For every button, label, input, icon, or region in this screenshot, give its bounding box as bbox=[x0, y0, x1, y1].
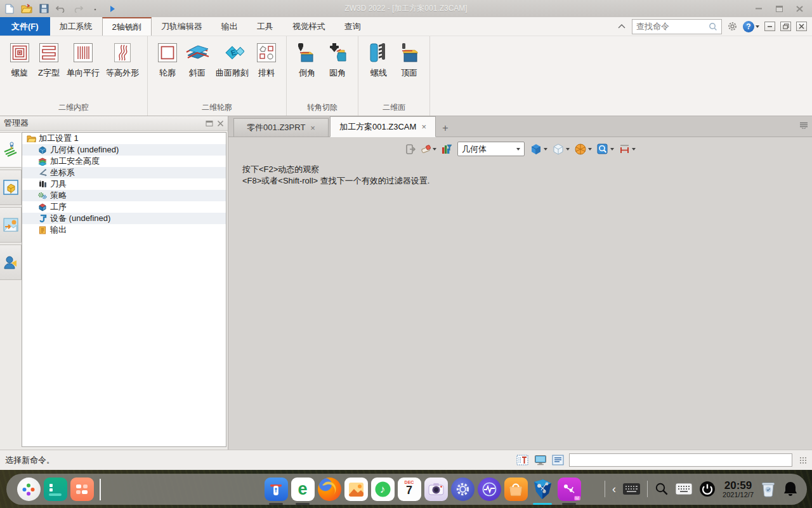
redo-icon[interactable] bbox=[72, 3, 84, 15]
music-icon[interactable]: ♪ bbox=[371, 478, 395, 501]
view-dropdown-arrow[interactable] bbox=[588, 148, 592, 150]
tab-output[interactable]: 输出 bbox=[212, 17, 247, 36]
resume-play-icon[interactable] bbox=[107, 3, 118, 15]
section-dropdown-arrow[interactable] bbox=[632, 148, 636, 150]
command-search-input[interactable] bbox=[636, 22, 709, 31]
tab-file[interactable]: 文件(F) bbox=[0, 17, 50, 36]
customize-toolbar-icon[interactable] bbox=[89, 3, 101, 15]
tab-2axis-milling[interactable]: 2轴铣削 bbox=[102, 17, 152, 36]
view-orientation-button[interactable] bbox=[573, 142, 593, 156]
tree-item-operations[interactable]: 工序 bbox=[22, 201, 226, 213]
gallery-icon[interactable] bbox=[344, 478, 368, 501]
status-input-field[interactable] bbox=[569, 453, 792, 467]
surface-engrave-button[interactable]: E 曲面雕刻 bbox=[213, 39, 252, 81]
tab-visual-style[interactable]: 视觉样式 bbox=[283, 17, 335, 36]
doc-tab-part[interactable]: 零件001.Z3PRT × bbox=[233, 118, 329, 137]
section-view-button[interactable] bbox=[617, 143, 637, 155]
zigzag-button[interactable]: Z字型 bbox=[34, 39, 63, 81]
eraser-dropdown-arrow[interactable] bbox=[433, 148, 436, 150]
pick-filter-combobox[interactable]: 几何体 bbox=[457, 142, 525, 156]
calendar-icon[interactable]: DEC 7 bbox=[398, 478, 421, 501]
app-store-icon[interactable] bbox=[504, 478, 528, 501]
profile-button[interactable]: 轮廓 bbox=[153, 39, 182, 81]
browser-icon[interactable]: e bbox=[291, 478, 315, 501]
command-search-box[interactable] bbox=[632, 19, 722, 34]
top-face-button[interactable]: 顶面 bbox=[394, 39, 424, 81]
eraser-button[interactable] bbox=[419, 144, 438, 154]
spiral-button[interactable]: 螺旋 bbox=[5, 39, 34, 81]
save-icon[interactable] bbox=[38, 3, 49, 15]
notification-bell-icon[interactable] bbox=[783, 481, 798, 497]
undo-icon[interactable] bbox=[55, 3, 67, 15]
trash-icon[interactable] bbox=[761, 481, 776, 497]
manager-tab-solid[interactable] bbox=[0, 170, 22, 205]
display-monitor-icon[interactable] bbox=[534, 454, 547, 466]
manager-tab-cam[interactable] bbox=[0, 132, 22, 168]
manager-close-button[interactable] bbox=[217, 120, 224, 127]
doc-tab-cam-plan[interactable]: 加工方案001.Z3CAM × bbox=[330, 116, 436, 137]
open-file-icon[interactable] bbox=[21, 3, 32, 15]
tree-item-frame[interactable]: 坐标系 bbox=[22, 167, 226, 178]
output-log-icon[interactable] bbox=[551, 454, 565, 466]
tab-list-menu-icon[interactable] bbox=[799, 121, 808, 129]
system-monitor-icon[interactable] bbox=[478, 478, 501, 501]
ribbon-collapse-icon[interactable] bbox=[616, 21, 627, 32]
fillet-button[interactable]: 圆角 bbox=[322, 39, 353, 81]
resize-grip[interactable] bbox=[799, 457, 807, 464]
shaded-dropdown-arrow[interactable] bbox=[544, 148, 547, 150]
launcher-icon[interactable] bbox=[17, 478, 41, 501]
tree-item-machine[interactable]: 设备 (undefined) bbox=[22, 213, 226, 224]
input-method-icon[interactable] bbox=[676, 483, 692, 495]
tab-close-icon[interactable]: × bbox=[310, 123, 315, 133]
taskbar-clock[interactable]: 20:59 2021/12/7 bbox=[723, 480, 754, 498]
search-tray-icon[interactable] bbox=[655, 482, 669, 496]
tree-item-setup[interactable]: 加工设置 1 bbox=[22, 133, 226, 144]
zoom-region-button[interactable] bbox=[595, 142, 615, 156]
tab-inquire[interactable]: 查询 bbox=[335, 17, 370, 36]
exit-environment-button[interactable] bbox=[403, 143, 417, 156]
tab-toolpath-editor[interactable]: 刀轨编辑器 bbox=[152, 17, 212, 36]
tab-machining-system[interactable]: 加工系统 bbox=[50, 17, 102, 36]
document-close-button[interactable] bbox=[796, 22, 807, 31]
one-way-parallel-button[interactable]: 单向平行 bbox=[63, 39, 103, 81]
dev-tool-icon[interactable]: M bbox=[558, 478, 581, 501]
manager-tab-role[interactable] bbox=[0, 244, 22, 280]
new-file-icon[interactable] bbox=[4, 3, 15, 15]
ramp-button[interactable]: 斜面 bbox=[182, 39, 213, 81]
tree-item-clearances[interactable]: 加工安全高度 bbox=[22, 156, 226, 167]
keyboard-tray-icon[interactable] bbox=[623, 483, 640, 495]
window-maximize-button[interactable] bbox=[770, 3, 788, 15]
nesting-button[interactable]: 排料 bbox=[252, 39, 281, 81]
tree-item-tools[interactable]: 刀具 bbox=[22, 178, 226, 190]
document-minimize-button[interactable] bbox=[764, 22, 775, 31]
tab-close-icon[interactable]: × bbox=[421, 122, 426, 131]
power-icon[interactable] bbox=[699, 481, 716, 497]
tree-item-output[interactable]: 输出 bbox=[22, 224, 226, 236]
settings-gear-icon[interactable] bbox=[727, 21, 738, 32]
shaded-display-button[interactable] bbox=[528, 142, 549, 156]
multitasking-view-icon[interactable] bbox=[44, 478, 67, 501]
camera-icon[interactable] bbox=[424, 478, 448, 501]
zoom-dropdown-arrow[interactable] bbox=[610, 148, 614, 150]
firefox-icon[interactable] bbox=[318, 478, 341, 501]
tab-tools[interactable]: 工具 bbox=[247, 17, 283, 36]
tree-item-geometry[interactable]: 几何体 (undefined) bbox=[22, 144, 226, 156]
window-close-button[interactable] bbox=[790, 3, 808, 15]
filter-button[interactable] bbox=[440, 143, 454, 156]
graphics-canvas[interactable]: 几何体 bbox=[228, 137, 812, 450]
wireframe-display-button[interactable] bbox=[551, 142, 571, 156]
annotation-tool-icon[interactable] bbox=[516, 454, 529, 466]
document-restore-button[interactable] bbox=[780, 22, 791, 31]
wireframe-dropdown-arrow[interactable] bbox=[566, 148, 570, 150]
control-center-gear-icon[interactable] bbox=[451, 478, 475, 501]
tree-item-strategy[interactable]: 策略 bbox=[22, 190, 226, 201]
help-button[interactable]: ? bbox=[743, 21, 759, 32]
tray-expand-chevron[interactable]: ‹ bbox=[612, 483, 616, 495]
new-document-tab-button[interactable]: + bbox=[437, 120, 454, 137]
window-minimize-button[interactable] bbox=[750, 3, 768, 15]
thread-button[interactable]: 螺线 bbox=[363, 39, 394, 81]
manager-float-button[interactable] bbox=[206, 120, 213, 127]
zlevel-profile-button[interactable]: 等高外形 bbox=[103, 39, 142, 81]
file-manager-icon[interactable] bbox=[265, 478, 288, 501]
chamfer-button[interactable]: 倒角 bbox=[292, 39, 322, 81]
